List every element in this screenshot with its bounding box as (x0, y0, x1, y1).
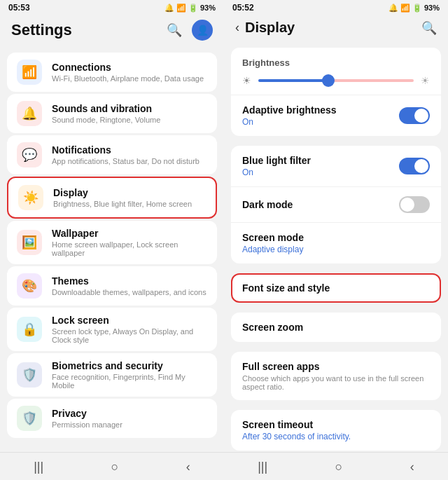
right-recent-button[interactable]: ||| (258, 460, 267, 474)
right-time: 05:52 (232, 3, 254, 13)
display-title: Display (53, 187, 206, 198)
right-panel: 05:52 🔔 📶 🔋 93% ‹ Display 🔍 Brightness ☀ (224, 0, 448, 480)
wallpaper-subtitle: Home screen wallpaper, Lock screen wallp… (52, 240, 207, 257)
avatar[interactable]: 👤 (192, 20, 213, 41)
notifications-icon: 💬 (17, 142, 42, 167)
screen-mode-title: Screen mode (242, 232, 304, 243)
left-app-header: Settings 🔍 👤 (0, 14, 224, 48)
signal-icon-right: 📶 (400, 4, 410, 13)
back-arrow-icon[interactable]: ‹ (235, 20, 239, 35)
right-bottom-nav: ||| ○ ‹ (224, 452, 448, 480)
brightness-container: Brightness ☀ ☀ (231, 48, 441, 95)
privacy-subtitle: Permission manager (52, 420, 207, 429)
notification-icon-right: 🔔 (388, 4, 398, 13)
themes-title: Themes (52, 275, 207, 287)
brightness-slider[interactable] (258, 79, 414, 82)
display-subtitle: Brightness, Blue light filter, Home scre… (53, 200, 206, 208)
themes-subtitle: Downloadable themes, wallpapers, and ico… (52, 288, 207, 296)
search-icon[interactable]: 🔍 (167, 22, 182, 38)
brightness-max-icon: ☀ (421, 75, 430, 86)
divider-3 (224, 305, 448, 310)
search-icon-right[interactable]: 🔍 (421, 20, 437, 36)
display-list: Brightness ☀ ☀ Adaptive brightness On (224, 43, 448, 452)
connections-subtitle: Wi-Fi, Bluetooth, Airplane mode, Data us… (52, 74, 207, 83)
divider-2 (224, 266, 448, 271)
settings-title: Settings (11, 21, 72, 39)
settings-item-sounds[interactable]: 🔔 Sounds and vibration Sound mode, Ringt… (7, 94, 217, 133)
dark-mode-row: Dark mode (231, 186, 441, 222)
back-button[interactable]: ‹ (186, 460, 190, 474)
right-back-button[interactable]: ‹ (410, 460, 414, 474)
battery-icon: 🔋 93% (188, 4, 216, 13)
settings-item-wallpaper[interactable]: 🖼️ Wallpaper Home screen wallpaper, Lock… (7, 221, 217, 264)
right-status-bar: 05:52 🔔 📶 🔋 93% (224, 0, 448, 14)
screen-timeout-title: Screen timeout (242, 419, 430, 430)
privacy-title: Privacy (52, 408, 207, 419)
settings-list: 📶 Connections Wi-Fi, Bluetooth, Airplane… (0, 48, 224, 452)
wallpaper-title: Wallpaper (52, 228, 207, 239)
blue-light-title: Blue light filter (242, 155, 311, 166)
left-panel: 05:53 🔔 📶 🔋 93% Settings 🔍 👤 📶 Connectio… (0, 0, 224, 480)
wallpaper-icon: 🖼️ (17, 230, 42, 255)
screen-timeout-row[interactable]: Screen timeout After 30 seconds of inact… (231, 410, 441, 451)
sounds-icon: 🔔 (17, 101, 42, 126)
left-bottom-nav: ||| ○ ‹ (0, 452, 224, 480)
adaptive-brightness-toggle[interactable] (399, 107, 430, 124)
brightness-min-icon: ☀ (242, 75, 251, 86)
settings-item-privacy[interactable]: 🛡️ Privacy Permission manager (7, 399, 217, 438)
dark-mode-toggle[interactable] (399, 196, 430, 213)
right-home-button[interactable]: ○ (335, 460, 343, 474)
notifications-title: Notifications (52, 144, 207, 156)
adaptive-brightness-row: Adaptive brightness On (231, 95, 441, 136)
full-screen-subtitle: Choose which apps you want to use in the… (242, 374, 430, 391)
divider-4 (224, 344, 448, 350)
divider-5 (224, 402, 448, 408)
adaptive-brightness-toggle-thumb (414, 109, 428, 123)
blue-light-toggle-thumb (414, 159, 428, 173)
screen-zoom-row[interactable]: Screen zoom (231, 313, 441, 342)
left-status-bar: 05:53 🔔 📶 🔋 93% (0, 0, 224, 14)
screen-mode-subtitle: Adaptive display (242, 245, 304, 254)
themes-icon: 🎨 (17, 273, 42, 299)
display-title: Display (245, 20, 295, 36)
dark-mode-title: Dark mode (242, 199, 293, 210)
recent-apps-button[interactable]: ||| (34, 460, 43, 474)
filter-section: Blue light filter On Dark mode S (231, 146, 441, 263)
adaptive-brightness-subtitle: On (242, 117, 337, 127)
connections-title: Connections (52, 62, 207, 73)
home-button[interactable]: ○ (111, 460, 119, 474)
notification-icon: 🔔 (164, 4, 174, 13)
settings-item-display[interactable]: ☀️ Display Brightness, Blue light filter… (7, 177, 217, 219)
blue-light-filter-row: Blue light filter On (231, 146, 441, 186)
lockscreen-subtitle: Screen lock type, Always On Display, and… (52, 327, 207, 344)
biometrics-title: Biometrics and security (52, 360, 207, 371)
left-status-icons: 🔔 📶 🔋 93% (164, 4, 216, 13)
blue-light-toggle[interactable] (399, 158, 430, 174)
dark-mode-toggle-thumb (400, 198, 414, 212)
header-icons: 🔍 👤 (167, 20, 213, 41)
settings-item-connections[interactable]: 📶 Connections Wi-Fi, Bluetooth, Airplane… (7, 53, 217, 92)
lockscreen-title: Lock screen (52, 315, 207, 326)
sounds-title: Sounds and vibration (52, 103, 207, 114)
screen-zoom-title: Screen zoom (242, 322, 430, 333)
brightness-row: ☀ ☀ (242, 75, 430, 86)
privacy-icon: 🛡️ (17, 406, 42, 431)
blue-light-subtitle: On (242, 167, 311, 177)
settings-item-biometrics[interactable]: 🛡️ Biometrics and security Face recognit… (7, 353, 217, 397)
settings-item-notifications[interactable]: 💬 Notifications App notifications, Statu… (7, 135, 217, 174)
left-time: 05:53 (8, 3, 30, 13)
signal-icon: 📶 (176, 4, 186, 13)
settings-item-themes[interactable]: 🎨 Themes Downloadable themes, wallpapers… (7, 266, 217, 306)
brightness-thumb[interactable] (322, 74, 335, 87)
right-app-header: ‹ Display 🔍 (224, 14, 448, 43)
biometrics-subtitle: Face recognition, Fingerprints, Find My … (52, 373, 207, 390)
settings-item-lockscreen[interactable]: 🔒 Lock screen Screen lock type, Always O… (7, 308, 217, 351)
font-size-title: Font size and style (242, 282, 430, 294)
screen-mode-row[interactable]: Screen mode Adaptive display (231, 222, 441, 263)
full-screen-row[interactable]: Full screen apps Choose which apps you w… (231, 352, 441, 400)
full-screen-title: Full screen apps (242, 361, 430, 372)
connections-icon: 📶 (17, 60, 42, 85)
display-icon: ☀️ (18, 185, 43, 210)
font-size-row[interactable]: Font size and style (231, 273, 441, 303)
brightness-label: Brightness (242, 57, 430, 68)
